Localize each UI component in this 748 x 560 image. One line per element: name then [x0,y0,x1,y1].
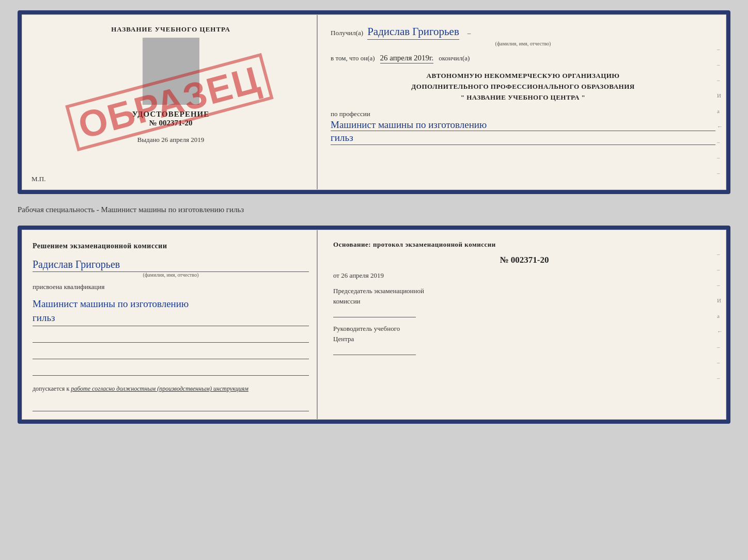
profession-handwritten1: Машинист машины по изготовлению [331,119,715,131]
dopuskaetsya-text: работе согласно должностным (производств… [71,385,248,392]
vydano-date: 26 апреля 2019 [161,136,204,143]
vtom-date: 26 апреля 2019г. [380,54,434,63]
rukovoditel-signature-line [333,346,416,355]
date-value: 26 апреля 2019 [341,271,384,279]
underline-4 [33,400,309,411]
protocol-number: № 002371-20 [333,255,715,265]
org-block: АВТОНОМНУЮ НЕКОММЕРЧЕСКУЮ ОРГАНИЗАЦИЮ ДО… [331,71,715,103]
separator-label: Рабочая специальность - Машинист машины … [18,203,730,216]
bottom-right-panel: Основание: протокол экзаменационной коми… [318,230,726,419]
poluchil-prefix: Получил(а) [331,29,363,37]
rukovoditel-line2: Центра [333,334,715,344]
rukovoditel-line1: Руководитель учебного [333,324,715,334]
underline-1 [33,331,309,343]
profession-label: по профессии [331,110,715,118]
udostoverenie-label: УДОСТОВЕРЕНИЕ [132,110,210,119]
dopuskaetsya-prefix: допускается к [33,385,69,392]
top-center-title: НАЗВАНИЕ УЧЕБНОГО ЦЕНТРА [111,25,230,34]
top-document-wrapper: НАЗВАНИЕ УЧЕБНОГО ЦЕНТРА УДОСТОВЕРЕНИЕ №… [18,10,730,194]
underline-3 [33,364,309,376]
vydano-line: Выдано 26 апреля 2019 [137,136,204,144]
vtom-prefix: в том, что он(а) [331,54,375,62]
chairman-line1: Председатель экзаменационной [333,286,715,296]
date-prefix: от [333,271,339,279]
chairman-signature-line [333,308,416,317]
recipient-name: Радислав Григорьев [367,25,459,40]
chairman-block: Председатель экзаменационной комиссии [333,286,715,317]
profession-block: по профессии Машинист машины по изготовл… [331,110,715,145]
top-right-panel: Получил(а) Радислав Григорьев – (фамилия… [318,15,726,189]
top-document: НАЗВАНИЕ УЧЕБНОГО ЦЕНТРА УДОСТОВЕРЕНИЕ №… [22,14,726,190]
bottom-document-wrapper: Решением экзаменационной комиссии Радисл… [18,226,730,424]
chairman-line2: комиссии [333,296,715,307]
recipient-block: Получил(а) Радислав Григорьев – (фамилия… [331,25,715,46]
top-right-side-marks: – – – И а ← – – – [717,46,723,176]
mp-label: М.П. [32,175,45,183]
bottom-name-block: Радислав Григорьев (фамилия, имя, отчест… [33,259,309,278]
okonchil: окончил(а) [439,54,470,62]
qualification-block: Машинист машины по изготовлению гильз [33,297,309,326]
org-line1: АВТОНОМНУЮ НЕКОММЕРЧЕСКУЮ ОРГАНИЗАЦИЮ [331,71,715,82]
qualification-line2: гильз [33,311,309,327]
profession-handwritten2: гильз [331,132,715,145]
underline-2 [33,348,309,359]
top-left-panel: НАЗВАНИЕ УЧЕБНОГО ЦЕНТРА УДОСТОВЕРЕНИЕ №… [22,15,318,189]
bottom-name-sublabel: (фамилия, имя, отчество) [33,272,309,278]
udostoverenie-block: УДОСТОВЕРЕНИЕ № 002371-20 [132,110,210,127]
photo-placeholder [143,38,199,105]
org-line3: " НАЗВАНИЕ УЧЕБНОГО ЦЕНТРА " [331,92,715,103]
vtom-block: в том, что он(а) 26 апреля 2019г. окончи… [331,54,715,63]
komissia-title: Решением экзаменационной комиссии [33,241,309,251]
osnovanie-title: Основание: протокол экзаменационной коми… [333,241,715,249]
udostoverenie-number: № 002371-20 [132,119,210,127]
bottom-right-side-marks: – – – И а ← – – – [717,251,723,381]
bottom-left-panel: Решением экзаменационной комиссии Радисл… [22,230,318,419]
rukovoditel-block: Руководитель учебного Центра [333,324,715,355]
bottom-document: Решением экзаменационной комиссии Радисл… [22,230,726,420]
qualification-line1: Машинист машины по изготовлению [33,297,309,311]
dopuskaetsya-block: допускается к работе согласно должностны… [33,385,309,393]
prisvoena-text: присвоена квалификация [33,283,309,291]
recipient-sublabel: (фамилия, имя, отчество) [331,41,715,46]
org-line2: ДОПОЛНИТЕЛЬНОГО ПРОФЕССИОНАЛЬНОГО ОБРАЗО… [331,82,715,92]
date-row: от 26 апреля 2019 [333,271,715,280]
bottom-name-handwritten: Радислав Григорьев [33,259,309,272]
vydano-prefix: Выдано [137,136,160,143]
dash1: – [467,29,471,37]
